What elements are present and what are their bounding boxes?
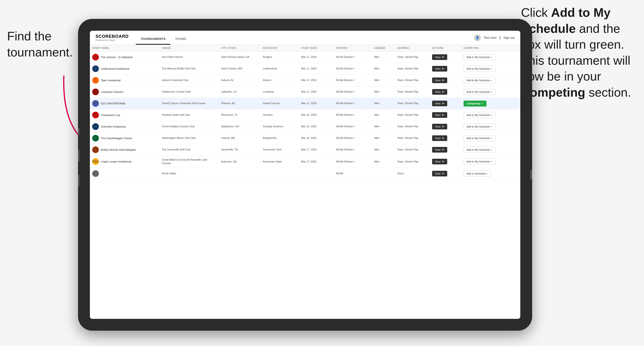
date-cell: Mar 12, 2024	[299, 98, 334, 109]
table-row: GS Schenkel Invitational Forest Heights …	[90, 121, 520, 133]
date-cell: Mar 16, 2024	[299, 133, 334, 144]
table-row: KSU Linger Longer Invitational Great Wat…	[90, 156, 520, 168]
add-to-schedule-button[interactable]: Add to Schedule +	[464, 171, 491, 177]
scoring-cell: Team,	[395, 168, 430, 179]
table-row: B The Carpetbagger Classic Worthington M…	[90, 133, 520, 144]
competing-cell: Add to My Schedule +	[461, 156, 520, 168]
gender-cell: Men	[372, 51, 395, 63]
venue-cell: Sea Palms Resort	[160, 51, 219, 63]
team-logo: ?	[92, 170, 99, 177]
eye-icon: 👁	[442, 90, 444, 93]
table-row: H Champions Cup Shadow Hawk Golf Club Ri…	[90, 109, 520, 121]
actions-cell: View 👁	[430, 86, 461, 98]
event-name: Louisiana Classics	[101, 90, 123, 93]
table-row: ? Brook Valley NCAA Team, View 👁	[90, 168, 520, 179]
division-cell: NCAA Division I	[334, 133, 372, 144]
view-button[interactable]: View 👁	[432, 159, 447, 164]
view-button[interactable]: View 👁	[432, 135, 447, 141]
annotation-right: Click Add to My Schedule and the box wil…	[521, 5, 639, 101]
city-cell: Urbana, MD	[219, 133, 261, 144]
competing-button[interactable]: Competing ✓	[464, 101, 487, 107]
city-cell: Statesboro, GA	[219, 121, 261, 133]
tablet-side-button-2	[78, 150, 80, 162]
tournaments-table: EVENT NAME VENUE CITY, STATE HOSTED BY S…	[90, 45, 520, 179]
table-row: R The Johnnie - O Individual Sea Palms R…	[90, 51, 520, 63]
hosted-cell: Binghamton	[261, 133, 299, 144]
event-name: Schenkel Invitational	[101, 125, 126, 128]
date-cell: Mar 11, 2024	[299, 86, 334, 98]
city-cell: Saint Charles, MO	[219, 63, 261, 75]
actions-cell: View 👁	[430, 133, 461, 144]
sign-out-link[interactable]: Sign out	[503, 36, 515, 39]
city-cell: Lafayette, LA	[219, 86, 261, 98]
tab-tournaments[interactable]: TOURNAMENTS	[136, 37, 170, 45]
add-to-schedule-button[interactable]: Add to My Schedule +	[464, 159, 495, 165]
gender-cell: Men	[372, 75, 395, 86]
competing-cell: Add to Schedule +	[461, 168, 520, 179]
eye-icon: 👁	[442, 102, 444, 105]
add-to-schedule-button[interactable]: Add to My Schedule +	[464, 124, 495, 130]
col-header-event: EVENT NAME	[90, 45, 160, 51]
view-button[interactable]: View 👁	[432, 54, 447, 60]
eye-icon: 👁	[442, 56, 444, 59]
tablet-side-button-3	[78, 175, 80, 186]
hosted-cell: Georgia Southern	[261, 121, 299, 133]
eye-icon: 👁	[442, 172, 444, 175]
venue-cell: Shadow Hawk Golf Club	[160, 109, 219, 121]
gender-cell: Men	[372, 63, 395, 75]
team-logo: KSU	[92, 158, 99, 165]
division-cell: NCAA Division I	[334, 63, 372, 75]
competing-cell: Add to My Schedule +	[461, 51, 520, 63]
event-name: Champions Cup	[101, 114, 120, 116]
team-logo: TT	[92, 147, 99, 153]
view-button[interactable]: View 👁	[432, 101, 447, 106]
division-cell: NCAA Division I	[334, 121, 372, 133]
view-button[interactable]: View 👁	[432, 147, 447, 153]
actions-cell: View 👁	[430, 98, 461, 109]
team-logo: R	[92, 54, 99, 60]
division-cell: NCAA Division I	[334, 156, 372, 168]
hosted-cell: Kennesaw State	[261, 156, 299, 168]
competing-cell: Add to My Schedule +	[461, 75, 520, 86]
gender-cell: Men	[372, 144, 395, 156]
hosted-cell: Lindenwood	[261, 63, 299, 75]
view-button[interactable]: View 👁	[432, 112, 447, 118]
add-to-schedule-button[interactable]: Add to My Schedule +	[464, 147, 495, 153]
scoring-cell: Team, Stroke Play	[395, 86, 430, 98]
event-name-cell: GS Schenkel Invitational	[90, 121, 160, 133]
add-to-schedule-button[interactable]: Add to My Schedule +	[464, 66, 495, 72]
competing-cell: Add to My Schedule +	[461, 133, 520, 144]
add-to-schedule-button[interactable]: Add to My Schedule +	[464, 54, 495, 60]
table-row: T Tiger Invitational Auburn University C…	[90, 75, 520, 86]
date-cell: Mar 17, 2024	[299, 156, 334, 168]
add-to-schedule-button[interactable]: Add to My Schedule +	[464, 89, 495, 95]
event-name: The Johnnie - O Individual	[101, 56, 132, 59]
scoring-cell: Team, Stroke Play	[395, 156, 430, 168]
add-to-schedule-button[interactable]: Add to My Schedule +	[464, 135, 495, 141]
view-button[interactable]: View 👁	[432, 171, 447, 176]
view-button[interactable]: View 👁	[432, 124, 447, 129]
view-button[interactable]: View 👁	[432, 89, 447, 95]
date-cell: Mar 11, 2024	[299, 75, 334, 86]
col-header-hosted: HOSTED BY	[261, 45, 299, 51]
event-name-cell: KSU Linger Longer Invitational	[90, 156, 160, 168]
event-name-cell: GCU GCU INVITATIONAL	[90, 98, 160, 109]
event-name-cell: T Tiger Invitational	[90, 75, 160, 86]
view-button[interactable]: View 👁	[432, 77, 447, 83]
tab-teams[interactable]: TEAMS	[170, 37, 191, 45]
event-name: The Carpetbagger Classic	[101, 137, 132, 140]
event-name-cell: R The Johnnie - O Individual	[90, 51, 160, 63]
actions-cell: View 👁	[430, 51, 461, 63]
add-to-schedule-button[interactable]: Add to My Schedule +	[464, 77, 495, 83]
hosted-cell: Louisiana	[261, 86, 299, 98]
view-button[interactable]: View 👁	[432, 66, 447, 72]
user-avatar: 👤	[474, 34, 481, 41]
tablet-screen: SCOREBOARD Powered by clippd TOURNAMENTS…	[90, 31, 520, 319]
tablet-side-button-power	[530, 170, 532, 179]
add-to-schedule-button[interactable]: Add to My Schedule +	[464, 112, 495, 118]
col-header-scoring: SCORING	[395, 45, 430, 51]
scoring-cell: Team, Stroke Play	[395, 75, 430, 86]
event-name-cell: TT Bobby Nichols Intercollegiate	[90, 144, 160, 156]
city-cell: Saint Simons Island, GA	[219, 51, 261, 63]
actions-cell: View 👁	[430, 168, 461, 179]
